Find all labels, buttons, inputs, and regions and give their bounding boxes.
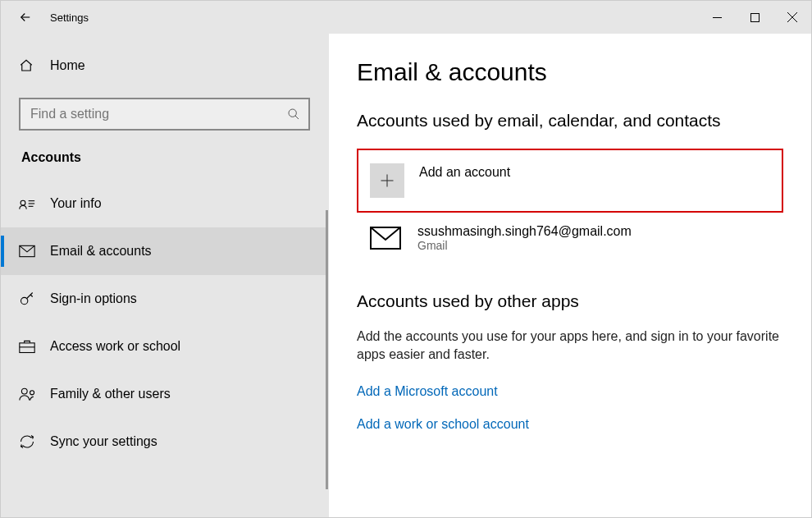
mail-icon — [19, 245, 35, 258]
mail-icon — [370, 227, 401, 250]
sidebar-item-email-accounts[interactable]: Email & accounts — [1, 227, 328, 275]
section2-description: Add the accounts you use for your apps h… — [357, 328, 783, 364]
maximize-icon — [750, 13, 760, 22]
people-icon — [19, 387, 37, 401]
account-email: ssushmasingh.singh764@gmail.com — [417, 224, 632, 239]
account-provider: Gmail — [417, 239, 632, 252]
briefcase-icon — [19, 339, 35, 354]
category-title: Accounts — [1, 150, 328, 180]
sidebar-item-work-school[interactable]: Access work or school — [1, 323, 328, 370]
add-account-label: Add an account — [419, 165, 510, 180]
sidebar: Home Accounts Your info Email & accounts… — [1, 34, 329, 517]
plus-tile — [370, 163, 404, 198]
search-icon — [287, 108, 300, 121]
svg-point-4 — [289, 109, 296, 117]
svg-line-5 — [295, 116, 299, 119]
sidebar-item-your-info[interactable]: Your info — [1, 180, 328, 227]
svg-point-6 — [21, 200, 25, 205]
home-label: Home — [50, 58, 85, 73]
sidebar-item-label: Email & accounts — [50, 244, 152, 259]
home-nav[interactable]: Home — [1, 50, 328, 81]
search-input[interactable] — [29, 106, 287, 122]
arrow-left-icon — [18, 10, 33, 25]
window-controls — [698, 1, 811, 34]
minimize-button[interactable] — [698, 1, 736, 34]
sidebar-item-label: Your info — [50, 196, 102, 211]
section1-title: Accounts used by email, calendar, and co… — [357, 111, 783, 131]
plus-icon — [379, 172, 395, 189]
svg-rect-1 — [750, 13, 759, 21]
scrollbar[interactable] — [326, 210, 328, 489]
sidebar-item-label: Sync your settings — [50, 434, 157, 449]
sidebar-item-label: Sign-in options — [50, 291, 137, 306]
svg-rect-12 — [20, 343, 34, 353]
maximize-button[interactable] — [736, 1, 773, 34]
close-button[interactable] — [773, 1, 811, 34]
add-microsoft-account-link[interactable]: Add a Microsoft account — [357, 384, 783, 399]
sync-icon — [19, 433, 35, 450]
sidebar-item-label: Family & other users — [50, 387, 171, 401]
svg-point-14 — [21, 388, 27, 394]
section2-title: Accounts used by other apps — [357, 291, 783, 311]
back-button[interactable] — [1, 10, 34, 25]
sidebar-item-label: Access work or school — [50, 339, 180, 354]
key-icon — [19, 291, 35, 307]
account-row[interactable]: ssushmasingh.singh764@gmail.com Gmail — [357, 224, 783, 252]
person-card-icon — [19, 197, 35, 210]
close-icon — [787, 12, 797, 22]
home-icon — [19, 58, 34, 73]
page-title: Email & accounts — [357, 58, 783, 86]
add-work-school-account-link[interactable]: Add a work or school account — [357, 417, 783, 432]
add-account-button[interactable]: Add an account — [357, 149, 783, 213]
search-box[interactable] — [19, 98, 310, 131]
sidebar-item-sync[interactable]: Sync your settings — [1, 418, 328, 465]
main-content: Email & accounts Accounts used by email,… — [329, 34, 811, 517]
sidebar-item-family[interactable]: Family & other users — [1, 370, 328, 418]
sidebar-item-signin-options[interactable]: Sign-in options — [1, 275, 328, 323]
svg-point-15 — [30, 391, 34, 395]
titlebar: Settings — [1, 1, 811, 34]
window-title: Settings — [50, 11, 89, 24]
minimize-icon — [713, 13, 722, 22]
